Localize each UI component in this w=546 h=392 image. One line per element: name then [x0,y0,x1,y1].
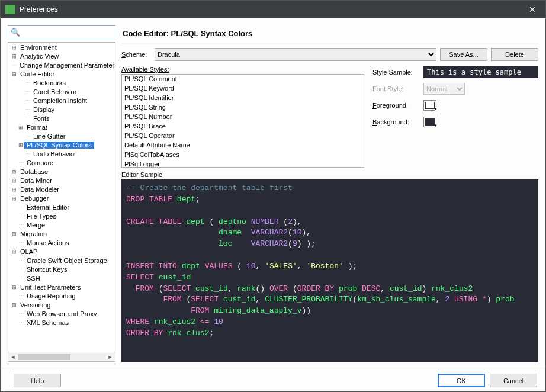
tree-item-label: Display [31,106,57,113]
tree-item[interactable]: Caret Behavior [8,87,115,96]
tree-dots-icon [25,89,30,94]
close-icon[interactable]: ✕ [524,5,541,14]
preferences-tree[interactable]: ⊞Environment⊞Analytic ViewChange Managem… [8,43,115,352]
expand-icon[interactable]: ⊞ [11,44,18,50]
expand-icon[interactable]: ⊞ [11,53,18,59]
scroll-track[interactable] [18,354,105,360]
tree-item[interactable]: Change Management Parameters [8,60,115,69]
available-style-item[interactable]: PL/SQL Number [122,113,364,122]
background-swatch[interactable]: ▾ [423,117,436,127]
expand-icon[interactable]: ⊞ [17,142,24,148]
scroll-right-icon[interactable]: ► [105,354,115,360]
expand-icon[interactable]: ⊞ [11,249,18,255]
tree-item[interactable]: ⊟Code Editor [8,69,115,78]
tree-item[interactable]: XML Schemas [8,318,115,327]
delete-button[interactable]: Delete [491,48,538,61]
tree-dots-icon [19,320,23,325]
tree-item[interactable]: Undo Behavior [8,149,115,158]
right-pane: Code Editor: PL/SQL Syntax Colors Scheme… [121,25,538,362]
tree-item[interactable]: ⊞Analytic View [8,52,115,60]
expand-icon[interactable]: ⊞ [11,195,18,201]
tree-item[interactable]: ⊞Format [8,123,115,131]
tree-item-label: Completion Insight [31,97,89,104]
tree-item-label: Caret Behavior [31,88,79,95]
tree-item-label: Merge [24,221,47,229]
tree-dots-icon [19,222,23,227]
tree-item[interactable]: Compare [8,158,115,167]
tree-item[interactable]: Merge [8,220,115,229]
tree-item[interactable]: Display [8,105,115,114]
main: 🔍 ⊞Environment⊞Analytic ViewChange Manag… [1,18,545,369]
tree-item[interactable]: ⊞Database [8,167,115,176]
tree-item[interactable]: ⊞Versioning [8,300,115,309]
foreground-swatch[interactable]: ▾ [423,100,436,111]
available-style-item[interactable]: PlSqlLogger [122,160,364,168]
tree-item-label: Web Browser and Proxy [24,310,99,317]
tree-item[interactable]: Mouse Actions [8,238,115,247]
titlebar: Preferences ✕ [1,1,545,18]
scroll-left-icon[interactable]: ◄ [8,354,18,360]
tree-item[interactable]: External Editor [8,203,115,211]
available-style-item[interactable]: PL/SQL Identifier [122,94,364,103]
help-button[interactable]: Help [14,374,61,387]
scheme-select[interactable]: Dracula [155,48,436,61]
search-input[interactable] [23,27,113,37]
available-style-item[interactable]: PL/SQL Comment [122,75,364,84]
tree-item-label: Data Modeler [18,186,62,193]
tree-item[interactable]: Completion Insight [8,96,115,105]
tree-item[interactable]: File Types [8,211,115,220]
tree-dots-icon [19,240,23,245]
tree-item[interactable]: ⊞Data Modeler [8,185,115,194]
expand-icon[interactable]: ⊞ [11,302,18,308]
tree-item[interactable]: Bookmarks [8,78,115,87]
scheme-label: Scheme: [121,51,151,58]
tree-item-label: Analytic View [18,53,61,60]
tree-item[interactable]: ⊞Environment [8,43,115,52]
tree-item[interactable]: Usage Reporting [8,291,115,300]
tree-item[interactable]: Web Browser and Proxy [8,309,115,318]
available-style-item[interactable]: PL/SQL Operator [122,131,364,141]
tree-dots-icon [12,62,16,68]
expand-icon[interactable]: ⊞ [11,178,18,184]
tree-hscroll[interactable]: ◄ ► [8,352,115,361]
tree-item[interactable]: ⊞Migration [8,229,115,238]
tree-item[interactable]: Fonts [8,114,115,123]
available-style-item[interactable]: Default Attribute Name [122,141,364,150]
tree-item[interactable]: Oracle Swift Object Storage [8,256,115,265]
tree-item[interactable]: ⊞Data Miner [8,176,115,185]
cancel-button[interactable]: Cancel [490,374,537,387]
scroll-thumb[interactable] [18,354,70,360]
available-styles-col: Available Styles: PL/SQL CommentPL/SQL K… [121,66,364,168]
collapse-icon[interactable]: ⊟ [11,71,18,77]
left-pane: 🔍 ⊞Environment⊞Analytic ViewChange Manag… [8,25,115,362]
tree-item-label: XML Schemas [24,319,71,326]
expand-icon[interactable]: ⊞ [17,124,24,130]
expand-icon[interactable]: ⊞ [11,187,18,192]
ok-button[interactable]: OK [438,374,485,387]
tree-item[interactable]: ⊞PL/SQL Syntax Colors [8,140,115,149]
tree-item[interactable]: Shortcut Keys [8,265,115,274]
available-style-item[interactable]: PL/SQL String [122,103,364,113]
save-as-button[interactable]: Save As... [440,48,487,61]
tree-item-label: Fonts [31,115,52,122]
tree-item[interactable]: ⊞Debugger [8,194,115,203]
tree-item-label: Data Miner [18,177,54,184]
tree-item-label: Database [18,168,50,175]
editor-sample: -- Create the department table first DRO… [121,179,538,362]
tree-item[interactable]: Line Gutter [8,131,115,140]
available-style-item[interactable]: PL/SQL Brace [122,122,364,131]
expand-icon[interactable]: ⊞ [11,284,18,290]
tree-item-label: Code Editor [18,70,57,78]
tree-item[interactable]: ⊞OLAP [8,247,115,256]
tree-item[interactable]: SSH [8,274,115,282]
tree-item[interactable]: ⊞Unit Test Parameters [8,282,115,291]
available-style-item[interactable]: PL/SQL Keyword [122,84,364,94]
style-sample: This is a style sample [423,66,538,78]
expand-icon[interactable]: ⊞ [11,169,18,175]
available-styles-list[interactable]: PL/SQL CommentPL/SQL KeywordPL/SQL Ident… [121,74,364,168]
tree-dots-icon [19,160,23,165]
tree-item-label: OLAP [18,248,40,255]
expand-icon[interactable]: ⊞ [11,231,18,237]
available-style-item[interactable]: PlSqlColTabAlases [122,150,364,160]
search-icon: 🔍 [11,28,20,37]
